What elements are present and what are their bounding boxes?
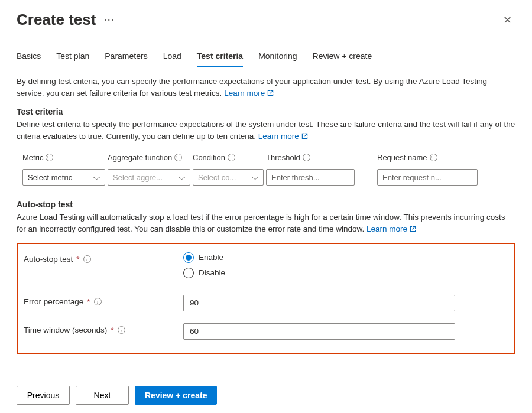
radio-enable-label: Enable: [199, 253, 223, 262]
criteria-row: Select metric〱 Select aggre...〱 Select c…: [17, 165, 515, 189]
info-icon[interactable]: [83, 255, 91, 263]
request-name-input[interactable]: Enter request n...: [377, 169, 478, 186]
col-request: Request name: [377, 153, 478, 162]
autostop-control: Enable Disable: [183, 252, 455, 283]
chevron-down-icon: 〱: [93, 174, 100, 181]
tab-review-create[interactable]: Review + create: [313, 51, 372, 67]
radio-icon: [183, 268, 194, 278]
content: By defining test criteria, you can speci…: [0, 67, 532, 354]
field-row-autostop: Auto-stop test* Enable Disable: [24, 252, 506, 283]
next-button[interactable]: Next: [76, 386, 129, 405]
close-icon[interactable]: ✕: [499, 11, 515, 29]
more-actions-icon[interactable]: ···: [104, 15, 115, 25]
criteria-section-title: Test criteria: [17, 107, 515, 116]
autostop-highlight: Auto-stop test* Enable Disable Err: [17, 243, 515, 354]
autostop-label: Auto-stop test*: [24, 252, 183, 264]
threshold-input[interactable]: Enter thresh...: [266, 169, 355, 186]
chevron-down-icon: 〱: [252, 174, 259, 181]
required-icon: *: [76, 255, 79, 264]
error-pct-label: Error percentage*: [24, 295, 183, 306]
criteria-learn-more-link[interactable]: Learn more: [258, 132, 308, 141]
field-row-time-window: Time window (seconds)*: [24, 323, 506, 340]
autostop-desc-body: Azure Load Testing will automatically st…: [17, 213, 505, 233]
required-icon: *: [111, 326, 113, 334]
info-icon[interactable]: [430, 154, 437, 161]
field-row-error-pct: Error percentage*: [24, 295, 506, 311]
col-threshold: Threshold: [266, 153, 355, 162]
autostop-desc: Azure Load Testing will automatically st…: [17, 212, 515, 236]
col-condition: Condition: [193, 153, 264, 162]
autostop-title: Auto-stop test: [17, 200, 515, 209]
tab-test-plan[interactable]: Test plan: [56, 51, 89, 67]
header: Create test ··· ✕: [0, 0, 532, 34]
radio-enable[interactable]: Enable: [183, 252, 455, 263]
col-aggregate: Aggregate function: [108, 153, 190, 162]
tab-load[interactable]: Load: [163, 51, 181, 67]
info-icon[interactable]: [228, 154, 235, 161]
metric-select[interactable]: Select metric〱: [22, 169, 105, 186]
criteria-header-row: Metric Aggregate function Condition Thre…: [17, 149, 515, 165]
page-title: Create test: [17, 11, 96, 29]
info-icon[interactable]: [46, 154, 53, 161]
aggregate-select[interactable]: Select aggre...〱: [108, 169, 190, 186]
tab-basics[interactable]: Basics: [17, 51, 41, 67]
tab-parameters[interactable]: Parameters: [105, 51, 147, 67]
error-percentage-input[interactable]: [183, 295, 455, 311]
info-icon[interactable]: [174, 154, 182, 161]
required-icon: *: [87, 297, 90, 306]
chevron-down-icon: 〱: [179, 174, 186, 181]
radio-icon: [183, 252, 194, 263]
info-icon[interactable]: [303, 154, 310, 161]
criteria-table: Metric Aggregate function Condition Thre…: [17, 149, 515, 189]
intro-text: By defining test criteria, you can speci…: [17, 76, 515, 100]
tab-monitoring[interactable]: Monitoring: [258, 51, 297, 67]
autostop-section: Auto-stop test Azure Load Testing will a…: [17, 200, 515, 354]
info-icon[interactable]: [94, 298, 102, 305]
info-icon[interactable]: [118, 326, 125, 334]
previous-button[interactable]: Previous: [17, 386, 70, 405]
time-window-label: Time window (seconds)*: [24, 323, 183, 334]
radio-disable-label: Disable: [199, 268, 225, 277]
review-create-button[interactable]: Review + create: [135, 386, 217, 405]
radio-disable[interactable]: Disable: [183, 268, 455, 278]
criteria-section-desc: Define test criteria to specify the perf…: [17, 119, 515, 143]
time-window-input[interactable]: [183, 323, 455, 340]
col-metric: Metric: [22, 153, 105, 162]
tabs: Basics Test plan Parameters Load Test cr…: [0, 34, 532, 67]
intro-learn-more-link[interactable]: Learn more: [224, 89, 274, 97]
tab-test-criteria[interactable]: Test criteria: [197, 51, 243, 67]
condition-select[interactable]: Select co...〱: [193, 169, 264, 186]
footer: Previous Next Review + create: [0, 376, 532, 405]
page-title-wrap: Create test ···: [17, 11, 115, 29]
autostop-learn-more-link[interactable]: Learn more: [366, 225, 416, 233]
